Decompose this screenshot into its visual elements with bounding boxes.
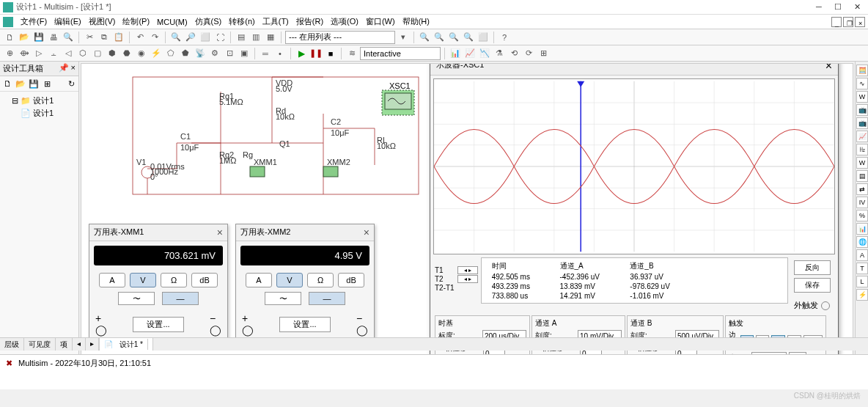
maximize-button[interactable]: ☐ — [830, 2, 846, 12]
fullscreen-button[interactable]: ⛶ — [213, 31, 227, 44]
comp-transistor-button[interactable]: ⫠ — [47, 47, 60, 60]
cut-button[interactable]: ✂ — [83, 31, 96, 44]
tree-expand-icon[interactable]: ⊞ — [41, 78, 53, 89]
comp-power-button[interactable]: ⚡ — [150, 47, 163, 60]
meter1-ac-button[interactable]: 〜 — [118, 292, 155, 305]
toggle-b-button[interactable]: ▥ — [249, 31, 262, 44]
instrument-dist-button[interactable]: % — [856, 210, 868, 221]
tab-nav-right[interactable]: ▸ — [86, 338, 99, 351]
scope-close-button[interactable]: × — [825, 63, 832, 73]
print-button[interactable]: 🖶 — [47, 31, 60, 44]
place-junction-button[interactable]: • — [273, 47, 287, 60]
oscilloscope-xsc1-window[interactable]: 示波器-XSC1 × — [430, 63, 839, 368]
comp-diode-button[interactable]: ▷ — [32, 47, 45, 60]
schematic-canvas[interactable]: VDD5.0V Rg15.1MΩ Rd10kΩ C110μF Rg21MΩ Rg… — [81, 63, 853, 368]
comp-rf-button[interactable]: 📡 — [194, 47, 207, 60]
zoom-tool-4-button[interactable]: 🔍 — [462, 31, 475, 44]
menu-mcu[interactable]: MCU(M) — [154, 16, 191, 28]
close-button[interactable]: ✕ — [849, 2, 865, 12]
undo-button[interactable]: ↶ — [133, 31, 147, 44]
analysis-3-button[interactable]: 📉 — [478, 47, 491, 60]
comp-mcu-button[interactable]: ▣ — [238, 47, 251, 60]
instrument-freq-button[interactable]: ㎐ — [856, 144, 868, 155]
menu-options[interactable]: 选项(O) — [328, 15, 361, 29]
mdi-close-button[interactable]: × — [855, 17, 865, 27]
menu-edit[interactable]: 编辑(E) — [51, 15, 84, 29]
comp-elec-button[interactable]: ⚙ — [208, 47, 221, 60]
toolbox-pin-icon[interactable]: 📌 × — [59, 63, 76, 74]
dropdown-arrow-icon[interactable]: ▾ — [397, 31, 410, 44]
tree-new-icon[interactable]: 🗋 — [1, 78, 13, 89]
instrument-spectrum-button[interactable]: 📊 — [856, 223, 868, 235]
tree-refresh-icon[interactable]: ↻ — [65, 78, 77, 89]
redo-button[interactable]: ↷ — [148, 31, 161, 44]
comp-advanced-button[interactable]: ⬟ — [179, 47, 192, 60]
scope-screen[interactable] — [433, 78, 835, 254]
document-tab[interactable]: 📄 设计1 * — [100, 338, 153, 351]
scope-save-button[interactable]: 保存 — [794, 278, 831, 293]
instrument-wordgen-button[interactable]: W — [856, 157, 868, 169]
meter2-mode-ohm[interactable]: Ω — [307, 273, 334, 287]
comp-ttl-button[interactable]: ⬡ — [76, 47, 89, 60]
tree-child[interactable]: 📄 设计1 — [3, 107, 76, 120]
meter2-ac-button[interactable]: 〜 — [265, 292, 301, 305]
analysis-2-button[interactable]: 📈 — [463, 47, 477, 60]
tree-open-icon[interactable]: 📂 — [15, 78, 26, 89]
zoom-fit-button[interactable]: ⬜ — [199, 31, 212, 44]
zoom-in-button[interactable]: 🔍 — [169, 31, 183, 44]
sim-mode-dropdown[interactable] — [360, 47, 441, 60]
open-button[interactable]: 📂 — [18, 31, 31, 44]
meter1-mode-a[interactable]: A — [99, 273, 125, 287]
menu-reports[interactable]: 报告(R) — [293, 15, 326, 29]
comp-basic-button[interactable]: ⟴ — [18, 47, 31, 60]
instrument-labview-button[interactable]: L — [856, 276, 868, 287]
comp-misc2-button[interactable]: ⬠ — [164, 47, 177, 60]
menu-simulate[interactable]: 仿真(S) — [192, 15, 225, 29]
cursor-t1-stepper[interactable]: ◂ ▸ — [457, 266, 478, 274]
zoom-tool-3-button[interactable]: 🔍 — [447, 31, 460, 44]
menu-draw[interactable]: 绘制(P) — [119, 15, 152, 29]
comp-source-button[interactable]: ⊕ — [3, 47, 16, 60]
analysis-6-button[interactable]: ⟳ — [522, 47, 535, 60]
comp-analog-button[interactable]: ◁ — [62, 47, 75, 60]
meter2-settings-button[interactable]: 设置... — [279, 317, 330, 332]
tree-save-icon[interactable]: 💾 — [28, 78, 40, 89]
instrument-iv-button[interactable]: IV — [856, 197, 868, 208]
menu-tools[interactable]: 工具(T) — [260, 15, 292, 29]
inuse-list-dropdown[interactable] — [285, 31, 395, 44]
copy-button[interactable]: ⧉ — [98, 31, 111, 44]
comp-mixed-button[interactable]: ⬣ — [120, 47, 133, 60]
meter2-dc-button[interactable]: — — [309, 292, 345, 305]
instrument-wattmeter-button[interactable]: W — [856, 91, 868, 103]
instrument-agilent-button[interactable]: A — [856, 249, 868, 261]
meter2-mode-db[interactable]: dB — [338, 273, 364, 287]
tab-visibility[interactable]: 可见度 — [24, 338, 56, 351]
multimeter-xmm2-window[interactable]: 万用表-XMM2 × 4.95 V A V Ω dB 〜 — +◯ 设置... … — [235, 224, 375, 342]
cursor-t2-stepper[interactable]: ◂ ▸ — [457, 275, 478, 283]
ext-trig-port[interactable] — [821, 301, 830, 310]
tab-project[interactable]: 项 — [56, 338, 73, 351]
zoom-tool-1-button[interactable]: 🔍 — [418, 31, 431, 44]
scope-reverse-button[interactable]: 反向 — [794, 260, 831, 275]
instrument-logic-button[interactable]: ▤ — [856, 170, 868, 182]
tab-nav-left[interactable]: ◂ — [73, 338, 86, 351]
mdi-minimize-button[interactable]: _ — [831, 17, 842, 27]
menu-help[interactable]: 帮助(H) — [400, 15, 433, 29]
menu-window[interactable]: 窗口(W) — [363, 15, 398, 29]
comp-cmos-button[interactable]: ▢ — [91, 47, 104, 60]
preview-button[interactable]: 🔍 — [62, 31, 75, 44]
tab-hierarchy[interactable]: 层级 — [0, 338, 24, 351]
toggle-c-button[interactable]: ▦ — [264, 31, 277, 44]
analysis-7-button[interactable]: ⊞ — [537, 47, 550, 60]
meter1-dc-button[interactable]: — — [162, 292, 199, 305]
instrument-funcgen-button[interactable]: ∿ — [856, 78, 868, 89]
meter1-mode-v[interactable]: V — [130, 273, 156, 287]
menu-view[interactable]: 视图(V) — [86, 15, 119, 29]
zoom-tool-2-button[interactable]: 🔍 — [433, 31, 446, 44]
meter1-plus-terminal[interactable]: +◯ — [95, 312, 107, 336]
place-bus-button[interactable]: ═ — [259, 47, 272, 60]
multimeter-xmm1-window[interactable]: 万用表-XMM1 × 703.621 mV A V Ω dB 〜 — +◯ 设置… — [89, 224, 228, 342]
meter2-plus-terminal[interactable]: +◯ — [242, 312, 254, 336]
menu-file[interactable]: 文件(F) — [18, 15, 50, 29]
instrument-tek-button[interactable]: T — [856, 263, 868, 274]
